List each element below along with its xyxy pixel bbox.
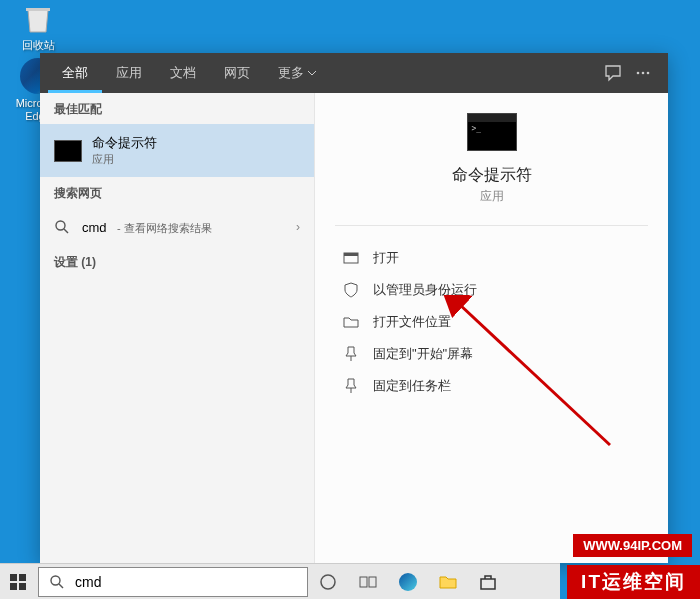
svg-rect-6 [344, 253, 358, 256]
action-run-admin-label: 以管理员身份运行 [373, 281, 477, 299]
search-icon [49, 574, 65, 590]
result-cmd[interactable]: 命令提示符 应用 [40, 124, 314, 177]
chevron-down-icon [308, 69, 316, 77]
svg-line-4 [64, 229, 68, 233]
svg-rect-8 [10, 574, 17, 581]
action-pin-taskbar[interactable]: 固定到任务栏 [315, 370, 668, 402]
svg-line-13 [59, 584, 63, 588]
search-icon [54, 219, 70, 235]
action-pin-start-label: 固定到"开始"屏幕 [373, 345, 473, 363]
tab-all[interactable]: 全部 [48, 53, 102, 93]
action-open-location-label: 打开文件位置 [373, 313, 451, 331]
folder-icon [343, 314, 359, 330]
action-open[interactable]: 打开 [315, 242, 668, 274]
recycle-bin-icon[interactable]: 回收站 [8, 0, 68, 52]
pin-icon [343, 346, 359, 362]
svg-rect-16 [369, 577, 376, 587]
svg-rect-11 [19, 583, 26, 590]
circle-icon [318, 572, 338, 592]
pin-icon [343, 378, 359, 394]
more-options-icon[interactable] [634, 64, 652, 82]
settings-header[interactable]: 设置 (1) [40, 246, 314, 277]
search-web-header: 搜索网页 [40, 177, 314, 208]
svg-point-14 [321, 575, 335, 589]
svg-rect-10 [10, 583, 17, 590]
web-result-title: cmd [82, 220, 107, 235]
svg-point-1 [642, 72, 645, 75]
tabs-bar: 全部 应用 文档 网页 更多 [40, 53, 668, 93]
action-run-admin[interactable]: 以管理员身份运行 [315, 274, 668, 306]
svg-rect-15 [360, 577, 367, 587]
results-pane: 最佳匹配 命令提示符 应用 搜索网页 cmd - 查看网络搜索结果 › 设置 (… [40, 93, 315, 563]
web-result-sub: - 查看网络搜索结果 [117, 222, 212, 234]
terminal-icon [54, 140, 82, 162]
result-web-cmd[interactable]: cmd - 查看网络搜索结果 › [40, 208, 314, 246]
watermark-url: WWW.94IP.COM [573, 534, 692, 557]
tab-web[interactable]: 网页 [210, 53, 264, 93]
task-view-button[interactable] [348, 564, 388, 600]
start-button[interactable] [0, 564, 36, 600]
svg-point-3 [56, 221, 65, 230]
result-sub: 应用 [92, 152, 300, 167]
svg-rect-9 [19, 574, 26, 581]
action-open-location[interactable]: 打开文件位置 [315, 306, 668, 338]
tab-more[interactable]: 更多 [264, 53, 330, 93]
chevron-right-icon: › [296, 220, 300, 234]
task-view-icon [358, 572, 378, 592]
result-title: 命令提示符 [92, 134, 300, 152]
detail-pane: 命令提示符 应用 打开 以管理员身份运行 打开文件位置 [315, 93, 668, 563]
shield-icon [343, 282, 359, 298]
folder-icon [438, 572, 458, 592]
edge-taskbar[interactable] [388, 564, 428, 600]
browser-icon [399, 573, 417, 591]
tab-apps[interactable]: 应用 [102, 53, 156, 93]
detail-sub: 应用 [315, 188, 668, 205]
search-panel: 全部 应用 文档 网页 更多 最佳匹配 命令提示符 应用 搜索网页 [40, 53, 668, 563]
tab-more-label: 更多 [278, 53, 304, 93]
svg-point-0 [637, 72, 640, 75]
action-pin-taskbar-label: 固定到任务栏 [373, 377, 451, 395]
taskbar [0, 563, 560, 599]
cortana-button[interactable] [308, 564, 348, 600]
svg-point-12 [51, 576, 60, 585]
recycle-bin-label: 回收站 [8, 39, 68, 52]
taskbar-search[interactable] [38, 567, 308, 597]
terminal-icon [467, 113, 517, 151]
windows-icon [10, 574, 26, 590]
detail-title: 命令提示符 [315, 165, 668, 186]
action-pin-start[interactable]: 固定到"开始"屏幕 [315, 338, 668, 370]
svg-point-2 [647, 72, 650, 75]
feedback-icon[interactable] [604, 64, 622, 82]
store-taskbar[interactable] [468, 564, 508, 600]
open-icon [343, 250, 359, 266]
action-open-label: 打开 [373, 249, 399, 267]
trash-icon [20, 0, 56, 36]
best-match-header: 最佳匹配 [40, 93, 314, 124]
search-input[interactable] [75, 574, 307, 590]
explorer-taskbar[interactable] [428, 564, 468, 600]
tab-docs[interactable]: 文档 [156, 53, 210, 93]
store-icon [478, 572, 498, 592]
watermark-brand: IT运维空间 [567, 565, 700, 599]
